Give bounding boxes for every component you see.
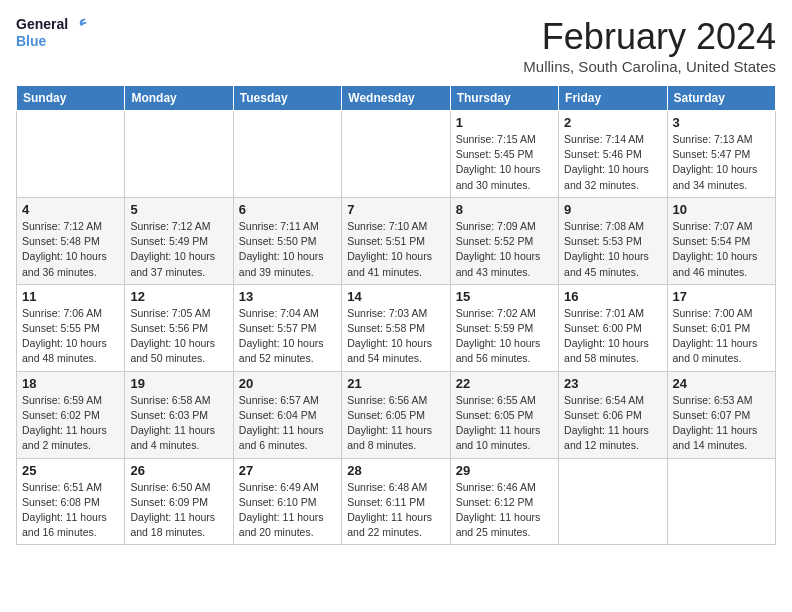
calendar-cell: 2Sunrise: 7:14 AM Sunset: 5:46 PM Daylig… bbox=[559, 111, 667, 198]
day-info: Sunrise: 6:57 AM Sunset: 6:04 PM Dayligh… bbox=[239, 393, 336, 454]
day-number: 18 bbox=[22, 376, 119, 391]
calendar-cell: 29Sunrise: 6:46 AM Sunset: 6:12 PM Dayli… bbox=[450, 458, 558, 545]
calendar-cell: 6Sunrise: 7:11 AM Sunset: 5:50 PM Daylig… bbox=[233, 197, 341, 284]
calendar-week-4: 18Sunrise: 6:59 AM Sunset: 6:02 PM Dayli… bbox=[17, 371, 776, 458]
day-info: Sunrise: 6:46 AM Sunset: 6:12 PM Dayligh… bbox=[456, 480, 553, 541]
day-info: Sunrise: 6:53 AM Sunset: 6:07 PM Dayligh… bbox=[673, 393, 770, 454]
calendar-week-3: 11Sunrise: 7:06 AM Sunset: 5:55 PM Dayli… bbox=[17, 284, 776, 371]
calendar-cell bbox=[342, 111, 450, 198]
day-number: 10 bbox=[673, 202, 770, 217]
calendar-cell: 7Sunrise: 7:10 AM Sunset: 5:51 PM Daylig… bbox=[342, 197, 450, 284]
day-number: 12 bbox=[130, 289, 227, 304]
day-number: 2 bbox=[564, 115, 661, 130]
calendar-cell: 16Sunrise: 7:01 AM Sunset: 6:00 PM Dayli… bbox=[559, 284, 667, 371]
calendar-cell: 22Sunrise: 6:55 AM Sunset: 6:05 PM Dayli… bbox=[450, 371, 558, 458]
day-info: Sunrise: 6:49 AM Sunset: 6:10 PM Dayligh… bbox=[239, 480, 336, 541]
day-info: Sunrise: 6:54 AM Sunset: 6:06 PM Dayligh… bbox=[564, 393, 661, 454]
day-info: Sunrise: 7:04 AM Sunset: 5:57 PM Dayligh… bbox=[239, 306, 336, 367]
day-number: 1 bbox=[456, 115, 553, 130]
logo-general-text: General bbox=[16, 17, 68, 32]
calendar-cell: 14Sunrise: 7:03 AM Sunset: 5:58 PM Dayli… bbox=[342, 284, 450, 371]
day-number: 5 bbox=[130, 202, 227, 217]
day-number: 20 bbox=[239, 376, 336, 391]
calendar-week-2: 4Sunrise: 7:12 AM Sunset: 5:48 PM Daylig… bbox=[17, 197, 776, 284]
calendar-cell: 13Sunrise: 7:04 AM Sunset: 5:57 PM Dayli… bbox=[233, 284, 341, 371]
weekday-header-monday: Monday bbox=[125, 86, 233, 111]
day-number: 9 bbox=[564, 202, 661, 217]
calendar-cell: 21Sunrise: 6:56 AM Sunset: 6:05 PM Dayli… bbox=[342, 371, 450, 458]
day-number: 11 bbox=[22, 289, 119, 304]
day-number: 24 bbox=[673, 376, 770, 391]
day-info: Sunrise: 7:11 AM Sunset: 5:50 PM Dayligh… bbox=[239, 219, 336, 280]
weekday-header-row: SundayMondayTuesdayWednesdayThursdayFrid… bbox=[17, 86, 776, 111]
day-number: 21 bbox=[347, 376, 444, 391]
calendar-cell: 25Sunrise: 6:51 AM Sunset: 6:08 PM Dayli… bbox=[17, 458, 125, 545]
day-number: 23 bbox=[564, 376, 661, 391]
calendar-cell: 11Sunrise: 7:06 AM Sunset: 5:55 PM Dayli… bbox=[17, 284, 125, 371]
day-info: Sunrise: 6:50 AM Sunset: 6:09 PM Dayligh… bbox=[130, 480, 227, 541]
day-number: 28 bbox=[347, 463, 444, 478]
calendar-cell: 12Sunrise: 7:05 AM Sunset: 5:56 PM Dayli… bbox=[125, 284, 233, 371]
calendar-cell: 26Sunrise: 6:50 AM Sunset: 6:09 PM Dayli… bbox=[125, 458, 233, 545]
day-info: Sunrise: 7:13 AM Sunset: 5:47 PM Dayligh… bbox=[673, 132, 770, 193]
day-number: 27 bbox=[239, 463, 336, 478]
day-number: 25 bbox=[22, 463, 119, 478]
day-number: 7 bbox=[347, 202, 444, 217]
logo-blue-label: Blue bbox=[16, 34, 88, 49]
calendar-cell: 28Sunrise: 6:48 AM Sunset: 6:11 PM Dayli… bbox=[342, 458, 450, 545]
weekday-header-wednesday: Wednesday bbox=[342, 86, 450, 111]
day-info: Sunrise: 6:58 AM Sunset: 6:03 PM Dayligh… bbox=[130, 393, 227, 454]
location: Mullins, South Carolina, United States bbox=[523, 58, 776, 75]
calendar-cell bbox=[233, 111, 341, 198]
day-number: 3 bbox=[673, 115, 770, 130]
day-number: 14 bbox=[347, 289, 444, 304]
weekday-header-friday: Friday bbox=[559, 86, 667, 111]
calendar-cell: 20Sunrise: 6:57 AM Sunset: 6:04 PM Dayli… bbox=[233, 371, 341, 458]
calendar-cell: 8Sunrise: 7:09 AM Sunset: 5:52 PM Daylig… bbox=[450, 197, 558, 284]
calendar-cell: 10Sunrise: 7:07 AM Sunset: 5:54 PM Dayli… bbox=[667, 197, 775, 284]
day-info: Sunrise: 7:10 AM Sunset: 5:51 PM Dayligh… bbox=[347, 219, 444, 280]
calendar-week-5: 25Sunrise: 6:51 AM Sunset: 6:08 PM Dayli… bbox=[17, 458, 776, 545]
weekday-header-tuesday: Tuesday bbox=[233, 86, 341, 111]
calendar-cell: 23Sunrise: 6:54 AM Sunset: 6:06 PM Dayli… bbox=[559, 371, 667, 458]
day-info: Sunrise: 7:08 AM Sunset: 5:53 PM Dayligh… bbox=[564, 219, 661, 280]
day-number: 13 bbox=[239, 289, 336, 304]
calendar-cell: 18Sunrise: 6:59 AM Sunset: 6:02 PM Dayli… bbox=[17, 371, 125, 458]
day-number: 4 bbox=[22, 202, 119, 217]
weekday-header-thursday: Thursday bbox=[450, 86, 558, 111]
weekday-header-sunday: Sunday bbox=[17, 86, 125, 111]
calendar-cell: 15Sunrise: 7:02 AM Sunset: 5:59 PM Dayli… bbox=[450, 284, 558, 371]
calendar-cell: 17Sunrise: 7:00 AM Sunset: 6:01 PM Dayli… bbox=[667, 284, 775, 371]
calendar-week-1: 1Sunrise: 7:15 AM Sunset: 5:45 PM Daylig… bbox=[17, 111, 776, 198]
day-info: Sunrise: 6:56 AM Sunset: 6:05 PM Dayligh… bbox=[347, 393, 444, 454]
calendar-cell bbox=[125, 111, 233, 198]
day-info: Sunrise: 6:51 AM Sunset: 6:08 PM Dayligh… bbox=[22, 480, 119, 541]
day-info: Sunrise: 6:59 AM Sunset: 6:02 PM Dayligh… bbox=[22, 393, 119, 454]
day-number: 6 bbox=[239, 202, 336, 217]
day-info: Sunrise: 7:07 AM Sunset: 5:54 PM Dayligh… bbox=[673, 219, 770, 280]
day-info: Sunrise: 7:01 AM Sunset: 6:00 PM Dayligh… bbox=[564, 306, 661, 367]
day-number: 29 bbox=[456, 463, 553, 478]
calendar-cell: 24Sunrise: 6:53 AM Sunset: 6:07 PM Dayli… bbox=[667, 371, 775, 458]
day-info: Sunrise: 7:03 AM Sunset: 5:58 PM Dayligh… bbox=[347, 306, 444, 367]
day-info: Sunrise: 7:00 AM Sunset: 6:01 PM Dayligh… bbox=[673, 306, 770, 367]
page-header: General Blue February 2024 Mullins, Sout… bbox=[16, 16, 776, 75]
logo: General Blue bbox=[16, 16, 88, 49]
day-info: Sunrise: 7:14 AM Sunset: 5:46 PM Dayligh… bbox=[564, 132, 661, 193]
day-number: 17 bbox=[673, 289, 770, 304]
calendar-cell: 9Sunrise: 7:08 AM Sunset: 5:53 PM Daylig… bbox=[559, 197, 667, 284]
calendar-cell bbox=[667, 458, 775, 545]
calendar-cell: 4Sunrise: 7:12 AM Sunset: 5:48 PM Daylig… bbox=[17, 197, 125, 284]
day-number: 22 bbox=[456, 376, 553, 391]
day-number: 15 bbox=[456, 289, 553, 304]
month-title: February 2024 bbox=[523, 16, 776, 58]
calendar-table: SundayMondayTuesdayWednesdayThursdayFrid… bbox=[16, 85, 776, 545]
logo-bird-icon bbox=[70, 16, 88, 34]
weekday-header-saturday: Saturday bbox=[667, 86, 775, 111]
day-number: 26 bbox=[130, 463, 227, 478]
day-info: Sunrise: 7:09 AM Sunset: 5:52 PM Dayligh… bbox=[456, 219, 553, 280]
calendar-cell: 1Sunrise: 7:15 AM Sunset: 5:45 PM Daylig… bbox=[450, 111, 558, 198]
calendar-cell bbox=[559, 458, 667, 545]
day-info: Sunrise: 7:15 AM Sunset: 5:45 PM Dayligh… bbox=[456, 132, 553, 193]
calendar-cell: 5Sunrise: 7:12 AM Sunset: 5:49 PM Daylig… bbox=[125, 197, 233, 284]
